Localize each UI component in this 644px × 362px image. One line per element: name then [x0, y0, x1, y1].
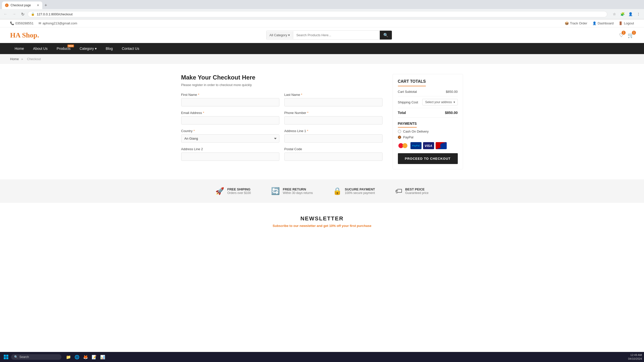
newsletter-discount: 10% — [329, 224, 336, 228]
active-tab[interactable]: C Checkout page ✕ — [2, 2, 42, 9]
feature-price-text: BEST PEICE Guaranteed price — [405, 187, 429, 195]
paypal-radio[interactable] — [398, 136, 401, 139]
total-value: $850.00 — [445, 111, 458, 115]
email-group: Email Address * — [181, 111, 279, 125]
features-bar: 🚀 FREE SHIPING Orders over $100 🔄 FREE R… — [0, 179, 644, 203]
paypal-payment-icon: PayPal — [410, 142, 422, 149]
bookmark-icon[interactable]: ☆ — [611, 11, 618, 18]
payment-paypal: PayPal — [398, 135, 458, 139]
newsletter-subtitle: Subscribe to our newsletter and get 10% … — [10, 224, 634, 228]
cart-totals-sidebar: CART TOTALS Cart Subtotal $850.00 Shippi… — [393, 74, 463, 169]
feature-shipping-text: FREE SHIPING Orders over $100 — [227, 187, 251, 195]
checkout-subtitle: Please register in order to checkout mor… — [181, 83, 383, 87]
cart-totals-title: CART TOTALS — [398, 79, 426, 86]
logout-link[interactable]: 🚪 Logout — [619, 21, 634, 25]
nav-about-link[interactable]: About Us — [28, 43, 52, 54]
nav-item-about: About Us — [28, 43, 52, 54]
postal-label: Postal Code — [284, 147, 383, 151]
feature-return-title: FREE RETURN — [283, 187, 313, 191]
track-order-link[interactable]: 📦 Track Order — [565, 21, 587, 25]
chevron-down-icon: ▾ — [95, 47, 97, 51]
address-bar[interactable]: 🔒 127.0.0.1:8000/checkout — [28, 11, 607, 17]
address1-label: Address Line 1 * — [284, 129, 383, 133]
category-select[interactable]: All Category ▾ — [267, 31, 293, 39]
phone-group: Phone Number * — [284, 111, 383, 125]
dashboard-icon: 👤 — [592, 21, 596, 25]
logo[interactable]: HA Shop. — [10, 31, 39, 39]
wishlist-badge: 1 — [622, 31, 626, 35]
nav-category-link[interactable]: Category ▾ — [75, 43, 101, 54]
maestro-icon — [436, 142, 447, 149]
visa-icon: VISA — [423, 142, 434, 149]
cod-label: Cash On Delivery — [403, 130, 429, 133]
newsletter-section: NEWSLETTER Subscribe to our newsletter a… — [0, 203, 644, 240]
dashboard-link[interactable]: 👤 Dashboard — [592, 21, 614, 25]
address1-input[interactable] — [284, 134, 383, 143]
new-tab-button[interactable]: + — [42, 2, 49, 9]
forward-button[interactable]: → — [11, 11, 18, 18]
address2-group: Address Line 2 — [181, 147, 279, 161]
email-input[interactable] — [181, 116, 279, 125]
profile-icon[interactable]: 👤 — [627, 11, 634, 18]
nav-home-link[interactable]: Home — [10, 43, 28, 54]
first-name-label: First Name * — [181, 93, 279, 97]
cod-radio[interactable] — [398, 130, 401, 133]
shipping-address-select[interactable]: Select your address ▾ — [422, 99, 458, 105]
email-item: ✉ aphong213@gmail.com — [39, 21, 77, 25]
country-group: Country * An Giang — [181, 129, 279, 143]
feature-payment-sub: 100% secure payment — [345, 191, 375, 195]
last-name-input[interactable] — [284, 98, 383, 106]
checkout-title: Make Your Checkout Here — [181, 74, 383, 81]
first-name-input[interactable] — [181, 98, 279, 106]
search-area: All Category ▾ 🔍 — [266, 30, 392, 40]
chevron-down-icon: ▾ — [453, 100, 455, 104]
tab-favicon: C — [5, 4, 9, 7]
logout-icon: 🚪 — [619, 21, 623, 25]
extensions-icon[interactable]: 🧩 — [619, 11, 626, 18]
address2-row: Address Line 2 Postal Code — [181, 147, 383, 161]
postal-input[interactable] — [284, 152, 383, 161]
address2-label: Address Line 2 — [181, 147, 279, 151]
lock-icon: 🔒 — [31, 12, 35, 16]
nav-contact-link[interactable]: Contact Us — [117, 43, 144, 54]
payment-cod: Cash On Delivery — [398, 130, 458, 133]
phone-item: 📞 0359288551 — [10, 21, 33, 25]
cart-icon[interactable]: 🛒 1 — [628, 32, 634, 38]
mastercard-icon — [398, 142, 409, 149]
chevron-down-icon: ▾ — [288, 33, 290, 37]
nav-products-link[interactable]: Products NEW — [52, 43, 75, 54]
feature-shipping-title: FREE SHIPING — [227, 187, 251, 191]
price-icon: 🏷 — [395, 187, 402, 195]
email-label: Email Address * — [181, 111, 279, 115]
country-select[interactable]: An Giang — [181, 134, 279, 143]
newsletter-title: NEWSLETTER — [10, 215, 634, 222]
required-marker: * — [307, 129, 308, 133]
feature-price-title: BEST PEICE — [405, 187, 429, 191]
nav-item-contact: Contact Us — [117, 43, 144, 54]
shipping-label: Shipping Cost — [398, 100, 418, 104]
proceed-to-checkout-button[interactable]: PROCEED TO CHECKOUT — [398, 153, 458, 164]
tab-close-button[interactable]: ✕ — [37, 4, 39, 7]
breadcrumb: Home » Checkout — [0, 54, 644, 64]
first-name-group: First Name * — [181, 93, 279, 106]
reload-button[interactable]: ↻ — [19, 11, 26, 18]
feature-payment: 🔒 SUCURE PAYMENT 100% secure payment — [333, 187, 375, 195]
required-marker: * — [203, 111, 204, 115]
feature-payment-text: SUCURE PAYMENT 100% secure payment — [345, 187, 375, 195]
back-button[interactable]: ← — [2, 11, 9, 18]
feature-price-sub: Guaranteed price — [405, 191, 429, 195]
menu-icon[interactable]: ⋮ — [635, 11, 642, 18]
wishlist-icon[interactable]: ♡ 1 — [619, 32, 624, 38]
address1-group: Address Line 1 * — [284, 129, 383, 143]
search-input[interactable] — [293, 31, 380, 39]
breadcrumb-separator: » — [21, 57, 23, 61]
breadcrumb-home[interactable]: Home — [10, 57, 19, 61]
address2-input[interactable] — [181, 152, 279, 161]
cart-badge: 1 — [632, 31, 636, 35]
header-icons: ♡ 1 🛒 1 — [619, 32, 634, 38]
phone-input[interactable] — [284, 116, 383, 125]
email-address: aphong213@gmail.com — [43, 21, 77, 25]
nav-blog-link[interactable]: Blog — [101, 43, 117, 54]
search-button[interactable]: 🔍 — [380, 31, 392, 39]
payment-icons: PayPal VISA — [398, 142, 458, 149]
